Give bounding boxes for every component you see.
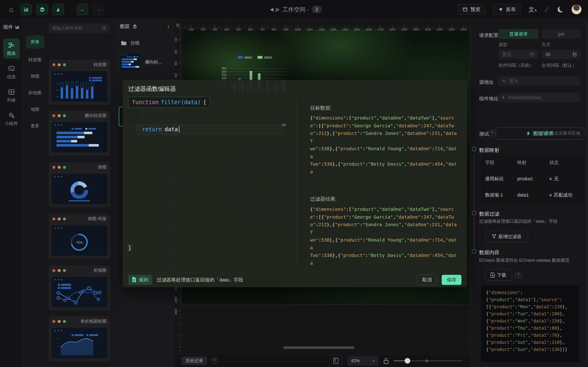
component-card-area[interactable]: 单折线面积图 100500 (49, 316, 110, 361)
filter-editor-modal: 过滤器函数编辑器 function filter(data) { return … (123, 80, 467, 287)
send-request-button[interactable]: 发送请求 (496, 127, 584, 140)
help-icon[interactable]: ? (515, 272, 522, 278)
layers-tool-button[interactable] (37, 4, 48, 15)
svg-text:0: 0 (57, 353, 59, 355)
timeline-node-mapping (472, 147, 476, 151)
horizontal-ruler (179, 25, 471, 28)
sidebar-tab-list[interactable]: 列表 (3, 85, 20, 106)
funnel-icon (492, 234, 496, 239)
preview-button[interactable]: 预览 (458, 4, 485, 15)
panel-icon (333, 358, 338, 364)
home-icon[interactable]: ⌂ (9, 6, 13, 13)
request-type-chip[interactable]: 普通请求 (499, 29, 538, 39)
help-icon[interactable]: ? (489, 130, 495, 136)
dot-green (63, 63, 66, 66)
ruler-label: 900 (280, 28, 292, 31)
code-editor-line[interactable]: return data (136, 124, 284, 134)
component-card-bar[interactable]: 柱状图 (49, 60, 110, 105)
language-icon[interactable]: 文A (528, 6, 537, 14)
component-card-hbar[interactable]: 横向柱状图 (49, 110, 110, 156)
pane-divider (296, 96, 297, 267)
bar-chart-icon (23, 7, 29, 12)
components-panel: 所有柱状图饼图折线图地图更多 柱状图 横向柱状图 (23, 19, 115, 367)
request-config-label: 请求配置 (479, 32, 498, 39)
legend-item[interactable]: data2 (258, 56, 272, 59)
ruler-label: 2300 (174, 298, 178, 302)
ruler-label: 300 (174, 62, 178, 65)
cancel-button[interactable]: 取消 (417, 275, 437, 285)
function-name: filter(data) (161, 99, 201, 106)
panel-scrollbar[interactable] (586, 21, 587, 363)
slider-thumb[interactable] (405, 358, 410, 364)
sidebar-iconbar: 组件 图表 A 信息 列表 小组件 (0, 19, 23, 367)
panel-toggle-button[interactable] (329, 356, 342, 366)
avatar[interactable] (571, 4, 582, 15)
mapping-table-row: 数据项-1 data1 匹配成功 (481, 187, 584, 203)
data-filter-desc: 过滤器将处理接口返回值的「data」字段 (479, 218, 557, 224)
component-interval-input[interactable]: 暂无 秒 (499, 50, 538, 59)
request-method-chip[interactable]: get (542, 29, 581, 39)
component-card-ring[interactable]: 饼图-环形 70% (49, 214, 110, 259)
data-content-desc: ECharts 图表需符合 ECharts-setdata 数据规范 (479, 257, 569, 263)
component-address-input[interactable]: /mock/chartData (498, 93, 580, 102)
undo-button[interactable]: ← (77, 4, 88, 15)
horizontal-scrollbar[interactable] (283, 346, 355, 349)
category-item[interactable]: 饼图 (26, 71, 44, 82)
sidebar-tab-info[interactable]: A 信息 (3, 62, 20, 82)
charts-tool-button[interactable] (21, 4, 32, 15)
ruler-label: 100 (174, 38, 178, 42)
timeline-node-filter (472, 211, 476, 215)
category-item[interactable]: 折线图 (26, 88, 44, 98)
add-filter-button[interactable]: 新增过滤器 (485, 231, 528, 242)
lightning-icon (527, 131, 530, 136)
publish-button[interactable]: 发布 (493, 4, 521, 15)
magic-wand-icon[interactable]: ☄ (545, 6, 550, 13)
layer-group[interactable]: 分组 (115, 34, 174, 48)
category-item[interactable]: 更多 (26, 121, 44, 131)
prism-tool-button[interactable] (53, 4, 64, 15)
history-button[interactable]: 历史记录 (182, 357, 207, 365)
ruler-label: 500 (233, 28, 245, 31)
data-filter-title: 数据过滤 (479, 211, 499, 217)
sidebar-tab-widgets[interactable]: 小组件 (3, 109, 20, 129)
open-brace: { (203, 99, 206, 106)
layer-item[interactable]: 横向柱... (115, 48, 174, 76)
ruler-label: 800 (268, 28, 280, 31)
zoom-slider[interactable] (394, 358, 463, 364)
browser-icon (463, 7, 468, 12)
category-item[interactable]: 柱状图 (26, 55, 44, 65)
source-address-input[interactable]: 暂无 (498, 76, 580, 86)
legend-item[interactable]: data1 (238, 56, 252, 59)
download-button[interactable]: 下载 (485, 269, 512, 281)
search-input[interactable] (52, 26, 102, 31)
redo-button[interactable]: → (93, 4, 104, 15)
category-item[interactable]: 地图 (26, 104, 44, 115)
folder-icon (121, 41, 127, 46)
global-interval-value: 30 (545, 52, 550, 57)
global-interval-input[interactable]: 30 秒 (542, 50, 581, 59)
ruler-label: 700 (256, 28, 268, 31)
ruler-label: 1700 (375, 28, 387, 31)
ruler-label: 2300 (446, 28, 458, 31)
ruler-label: 200 (174, 50, 178, 53)
help-icon[interactable]: ? (211, 358, 218, 364)
sidebar-tab-charts[interactable]: 图表 (3, 39, 20, 59)
settings-panel: 请求配置 普通请求 get 类型 方式 暂无 秒 30 秒 组件间隔（高级） 全… (471, 19, 588, 367)
collapse-icon[interactable]: ‹ (167, 23, 169, 30)
global-interval-label: 全局间隔（默认） (542, 62, 577, 68)
unlock-icon[interactable] (384, 358, 389, 364)
method-label: 方式 (542, 42, 550, 48)
component-card-pie[interactable]: 饼图 (49, 162, 110, 207)
component-card-line[interactable]: 折线图 (49, 265, 110, 311)
component-search[interactable] (49, 23, 110, 33)
data-content-title: 数据内容 (479, 249, 499, 256)
category-item[interactable]: 所有 (26, 35, 44, 49)
card-thumb-area: 100500 (52, 328, 107, 358)
zoom-select[interactable]: 42% ∨ (347, 356, 379, 366)
text-cursor (179, 126, 179, 133)
svg-text:100: 100 (57, 338, 60, 340)
save-button[interactable]: 保存 (442, 275, 461, 285)
minimap-marker (282, 124, 286, 126)
prism-icon (56, 7, 61, 12)
dark-mode-icon[interactable] (558, 6, 564, 12)
